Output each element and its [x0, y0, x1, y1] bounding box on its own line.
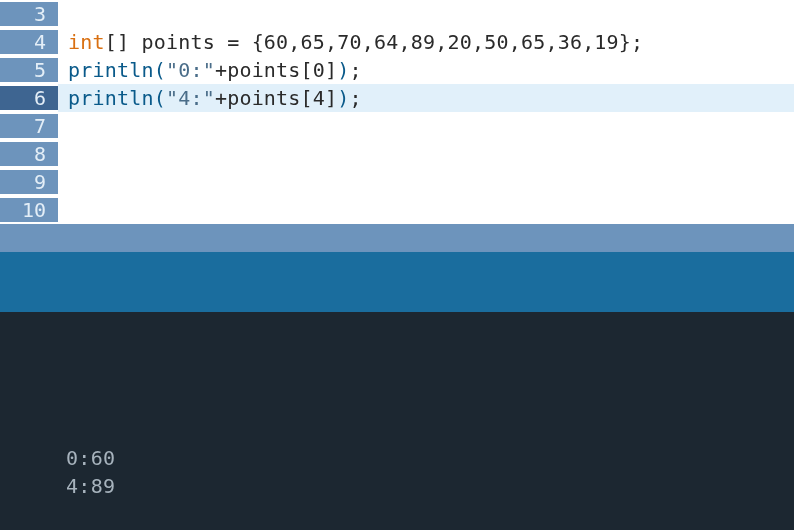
- console-line: 4:89: [66, 472, 794, 500]
- code-text[interactable]: println("0:"+points[0]);: [58, 58, 362, 82]
- code-line[interactable]: 5println("0:"+points[0]);: [0, 56, 794, 84]
- console-line: 0:60: [66, 444, 794, 472]
- code-line[interactable]: 6println("4:"+points[4]);: [0, 84, 794, 112]
- line-number: 3: [0, 2, 58, 26]
- line-content[interactable]: println("0:"+points[0]);: [58, 56, 794, 84]
- line-content[interactable]: println("4:"+points[4]);: [58, 84, 794, 112]
- code-editor[interactable]: 34int[] points = {60,65,70,64,89,20,50,6…: [0, 0, 794, 224]
- code-line[interactable]: 8: [0, 140, 794, 168]
- code-text[interactable]: println("4:"+points[4]);: [58, 86, 362, 110]
- code-line[interactable]: 9: [0, 168, 794, 196]
- code-line[interactable]: 7: [0, 112, 794, 140]
- code-line[interactable]: 4int[] points = {60,65,70,64,89,20,50,65…: [0, 28, 794, 56]
- line-content[interactable]: [58, 112, 794, 140]
- code-text[interactable]: int[] points = {60,65,70,64,89,20,50,65,…: [58, 30, 643, 54]
- code-line[interactable]: 10: [0, 196, 794, 224]
- line-number: 8: [0, 142, 58, 166]
- line-content[interactable]: [58, 0, 794, 28]
- line-number: 9: [0, 170, 58, 194]
- line-number: 7: [0, 114, 58, 138]
- line-number: 10: [0, 198, 58, 222]
- line-content[interactable]: int[] points = {60,65,70,64,89,20,50,65,…: [58, 28, 794, 56]
- line-number: 6: [0, 86, 58, 110]
- code-line[interactable]: 3: [0, 0, 794, 28]
- line-content[interactable]: [58, 168, 794, 196]
- line-number: 5: [0, 58, 58, 82]
- console-panel: 0:604:89: [0, 312, 794, 530]
- line-content[interactable]: [58, 196, 794, 224]
- line-number: 4: [0, 30, 58, 54]
- toolbar-divider: [0, 252, 794, 312]
- line-content[interactable]: [58, 140, 794, 168]
- gutter-strip: [0, 224, 794, 252]
